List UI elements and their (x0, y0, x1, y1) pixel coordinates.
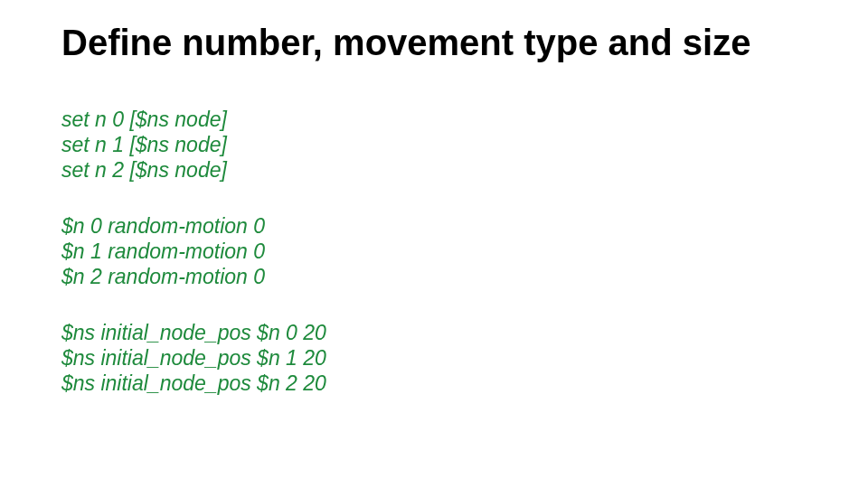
code-line: $ns initial_node_pos $n 1 20 (61, 345, 807, 371)
slide-title: Define number, movement type and size (61, 22, 807, 63)
code-line: $ns initial_node_pos $n 0 20 (61, 320, 807, 345)
code-line: $n 2 random-motion 0 (61, 264, 807, 289)
code-group-initial-pos: $ns initial_node_pos $n 0 20 $ns initial… (61, 320, 807, 396)
code-line: $n 0 random-motion 0 (61, 213, 807, 239)
code-line: $ns initial_node_pos $n 2 20 (61, 371, 807, 396)
code-group-set-nodes: set n 0 [$ns node] set n 1 [$ns node] se… (61, 107, 807, 183)
code-line: set n 2 [$ns node] (61, 157, 807, 183)
code-group-random-motion: $n 0 random-motion 0 $n 1 random-motion … (61, 213, 807, 289)
slide: Define number, movement type and size se… (0, 0, 868, 488)
code-line: set n 0 [$ns node] (61, 107, 807, 132)
code-line: set n 1 [$ns node] (61, 132, 807, 157)
code-line: $n 1 random-motion 0 (61, 239, 807, 264)
